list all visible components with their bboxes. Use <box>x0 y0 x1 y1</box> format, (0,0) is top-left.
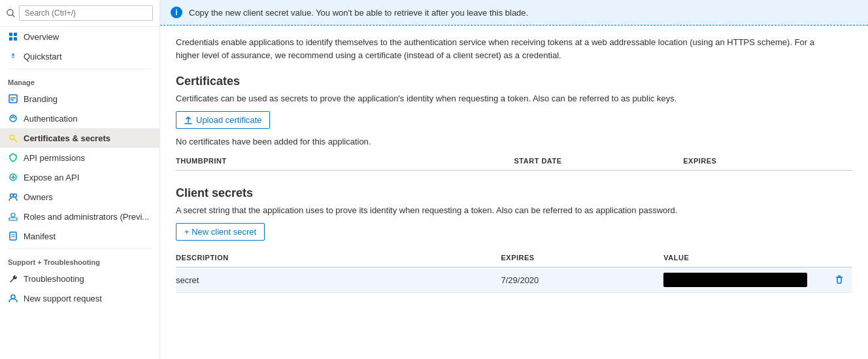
certificates-table-header: THUMBPRINT START DATE EXPIRES <box>176 152 852 171</box>
grid-icon <box>8 31 18 42</box>
client-secrets-desc: A secret string that the application use… <box>176 205 852 215</box>
cert-col-thumbprint: THUMBPRINT <box>176 157 514 165</box>
manifest-icon <box>8 231 18 241</box>
svg-point-17 <box>14 194 17 197</box>
svg-rect-7 <box>9 95 17 103</box>
secret-col-value: VALUE <box>663 254 826 262</box>
svg-rect-4 <box>9 37 12 41</box>
no-certificates-message: No certificates have been added for this… <box>176 137 852 146</box>
secrets-table-header: DESCRIPTION EXPIRES VALUE <box>176 248 852 267</box>
svg-rect-2 <box>9 33 12 36</box>
secret-description-cell: secret <box>176 275 501 285</box>
sidebar-item-exposeapi[interactable]: Expose an API <box>0 167 159 187</box>
newsupport-icon <box>8 293 18 303</box>
credentials-description: Credentials enable applications to ident… <box>176 36 816 61</box>
sidebar-item-label-branding: Branding <box>24 94 58 104</box>
client-secrets-section: Client secrets A secret string that the … <box>176 186 852 293</box>
main-content: i Copy the new client secret value. You … <box>160 0 868 359</box>
content-area: Credentials enable applications to ident… <box>160 26 868 359</box>
table-row: secret 7/29/2020 <box>176 267 852 293</box>
sidebar-item-overview[interactable]: Overview <box>0 27 159 46</box>
secret-value-masked <box>663 273 807 287</box>
sidebar-item-troubleshooting[interactable]: Troubleshooting <box>0 269 159 288</box>
sidebar-item-label-troubleshooting: Troubleshooting <box>24 274 84 284</box>
client-secrets-title: Client secrets <box>176 186 852 200</box>
sidebar-item-label-manifest: Manifest <box>24 231 56 241</box>
sidebar-item-label-owners: Owners <box>24 192 53 202</box>
certificates-section: Certificates Certificates can be used as… <box>176 75 852 171</box>
svg-line-12 <box>14 139 18 143</box>
svg-point-6 <box>12 56 14 58</box>
svg-rect-26 <box>837 277 841 283</box>
secret-col-actions <box>826 254 852 262</box>
rocket-icon <box>8 51 18 61</box>
apiperm-icon <box>8 152 18 163</box>
sidebar-item-label-overview: Overview <box>24 32 59 42</box>
support-divider <box>8 248 152 249</box>
manage-section-label: Manage <box>0 72 159 89</box>
svg-rect-3 <box>14 33 17 36</box>
new-client-secret-label: + New client secret <box>184 227 256 237</box>
exposeapi-icon <box>8 172 18 182</box>
svg-point-23 <box>11 295 15 299</box>
secret-col-description: DESCRIPTION <box>176 254 501 262</box>
svg-rect-9 <box>10 99 14 101</box>
svg-rect-20 <box>10 232 16 240</box>
wrench-icon <box>8 273 18 284</box>
roles-icon <box>8 211 18 222</box>
secret-col-expires: EXPIRES <box>501 254 664 262</box>
info-banner: i Copy the new client secret value. You … <box>160 0 868 26</box>
owners-icon <box>8 192 18 202</box>
sidebar-item-owners[interactable]: Owners <box>0 187 159 207</box>
sidebar-item-label-roles: Roles and administrators (Previ... <box>24 212 149 222</box>
sidebar: Overview Quickstart Manage Branding Auth… <box>0 0 160 359</box>
cert-col-startdate: START DATE <box>514 157 684 165</box>
search-bar <box>0 0 159 27</box>
info-banner-message: Copy the new client secret value. You wo… <box>189 8 528 18</box>
sidebar-item-newsupport[interactable]: New support request <box>0 288 159 308</box>
svg-rect-5 <box>14 37 17 41</box>
key-icon <box>8 133 18 143</box>
manage-divider <box>8 69 152 69</box>
sidebar-item-manifest[interactable]: Manifest <box>0 226 159 246</box>
secret-value-cell <box>663 273 826 287</box>
upload-certificate-button[interactable]: Upload certificate <box>176 111 270 129</box>
sidebar-item-quickstart[interactable]: Quickstart <box>0 46 159 66</box>
delete-secret-button[interactable] <box>826 275 852 285</box>
branding-icon <box>8 94 18 104</box>
cert-col-expires: EXPIRES <box>683 157 852 165</box>
certificates-desc: Certificates can be used as secrets to p… <box>176 94 852 103</box>
svg-rect-8 <box>10 97 16 99</box>
support-section-label: Support + Troubleshooting <box>0 252 159 269</box>
sidebar-item-label-certsecrets: Certificates & secrets <box>24 133 110 143</box>
search-input[interactable] <box>19 5 153 21</box>
info-icon: i <box>171 7 182 18</box>
new-client-secret-button[interactable]: + New client secret <box>176 223 265 241</box>
sidebar-item-label-newsupport: New support request <box>24 294 102 303</box>
secret-expires-cell: 7/29/2020 <box>501 275 664 285</box>
sidebar-item-label-apipermissions: API permissions <box>24 153 85 163</box>
sidebar-item-authentication[interactable]: Authentication <box>0 109 159 128</box>
search-icon <box>7 9 15 18</box>
svg-line-1 <box>12 15 14 17</box>
sidebar-item-branding[interactable]: Branding <box>0 89 159 109</box>
svg-point-19 <box>11 213 15 217</box>
svg-rect-18 <box>9 218 17 220</box>
upload-icon <box>184 116 192 124</box>
certificates-title: Certificates <box>176 75 852 88</box>
sidebar-item-label-quickstart: Quickstart <box>24 52 62 61</box>
sidebar-item-roles[interactable]: Roles and administrators (Previ... <box>0 207 159 226</box>
delete-icon <box>834 275 844 285</box>
sidebar-item-apipermissions[interactable]: API permissions <box>0 148 159 167</box>
sidebar-nav: Overview Quickstart Manage Branding Auth… <box>0 27 159 359</box>
sidebar-item-label-authentication: Authentication <box>24 114 77 124</box>
upload-certificate-label: Upload certificate <box>196 115 261 125</box>
auth-icon <box>8 113 18 124</box>
sidebar-item-label-exposeapi: Expose an API <box>24 173 79 182</box>
sidebar-item-certsecrets[interactable]: Certificates & secrets <box>0 128 159 148</box>
